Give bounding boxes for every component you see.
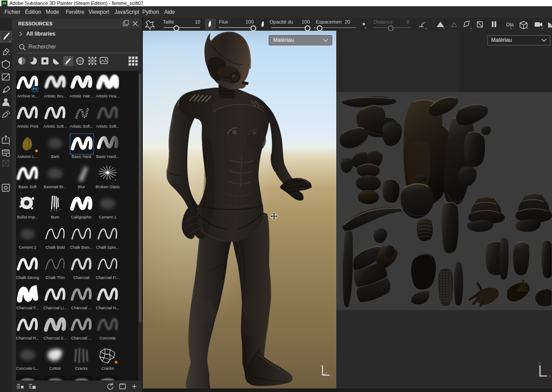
svg-text:U: U [548,375,550,378]
svg-text:V: V [539,362,541,365]
svg-text:*: * [60,208,61,211]
svg-text:*: * [115,179,116,182]
svg-text:D|a: D|a [506,22,514,27]
svg-text:X: X [330,374,332,377]
